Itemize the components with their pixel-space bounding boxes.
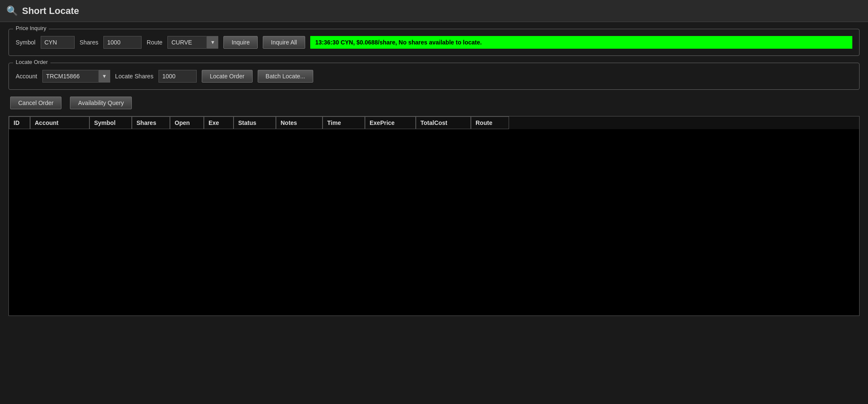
locate-order-button[interactable]: Locate Order [202, 70, 253, 83]
batch-locate-button[interactable]: Batch Locate... [258, 70, 313, 83]
table-col-notes[interactable]: Notes [276, 116, 323, 129]
table-col-symbol[interactable]: Symbol [89, 116, 132, 129]
symbol-input[interactable] [41, 36, 75, 49]
locate-shares-input[interactable] [159, 70, 197, 83]
symbol-label: Symbol [16, 39, 36, 46]
table-body [9, 129, 859, 315]
price-inquiry-row: Symbol Shares Route CURVE AUTO MANUAL ▼ … [16, 36, 852, 49]
page-title: Short Locate [22, 6, 79, 17]
price-inquiry-legend: Price Inquiry [13, 25, 49, 31]
table-col-open[interactable]: Open [170, 116, 204, 129]
account-select-wrapper: TRCM15866 ▼ [42, 70, 110, 83]
title-bar: 🔍 Short Locate [0, 0, 868, 22]
table-col-status[interactable]: Status [234, 116, 276, 129]
table-col-time[interactable]: Time [323, 116, 365, 129]
availability-query-button[interactable]: Availability Query [70, 97, 132, 109]
route-select[interactable]: CURVE AUTO MANUAL [167, 36, 218, 49]
route-select-wrapper: CURVE AUTO MANUAL ▼ [167, 36, 218, 49]
shares-input[interactable] [103, 36, 142, 49]
inquiry-message: 13:36:30 CYN, $0.0688/share, No shares a… [310, 36, 852, 49]
locate-shares-label: Locate Shares [115, 73, 153, 80]
cancel-order-button[interactable]: Cancel Order [10, 97, 61, 109]
table-header: ID Account Symbol Shares Open Exe Status… [9, 116, 859, 129]
table-col-route[interactable]: Route [471, 116, 509, 129]
action-buttons-row: Cancel Order Availability Query [8, 97, 860, 109]
table-col-id[interactable]: ID [9, 116, 30, 129]
shares-label: Shares [80, 39, 98, 46]
account-label: Account [16, 73, 37, 80]
locate-order-row: Account TRCM15866 ▼ Locate Shares Locate… [16, 70, 852, 83]
locate-order-legend: Locate Order [13, 59, 50, 65]
inquire-all-button[interactable]: Inquire All [263, 36, 305, 49]
price-inquiry-panel: Price Inquiry Symbol Shares Route CURVE … [8, 29, 860, 56]
table-col-totalcost[interactable]: TotalCost [416, 116, 471, 129]
locate-orders-table: ID Account Symbol Shares Open Exe Status… [8, 116, 860, 316]
inquire-button[interactable]: Inquire [223, 36, 258, 49]
route-label: Route [147, 39, 162, 46]
table-col-exprice[interactable]: ExePrice [365, 116, 416, 129]
locate-order-panel: Locate Order Account TRCM15866 ▼ Locate … [8, 63, 860, 90]
table-col-exe[interactable]: Exe [204, 116, 234, 129]
main-content: Price Inquiry Symbol Shares Route CURVE … [0, 22, 868, 323]
account-select[interactable]: TRCM15866 [42, 70, 110, 83]
table-col-shares[interactable]: Shares [132, 116, 170, 129]
search-icon: 🔍 [6, 5, 18, 17]
table-col-account[interactable]: Account [30, 116, 89, 129]
